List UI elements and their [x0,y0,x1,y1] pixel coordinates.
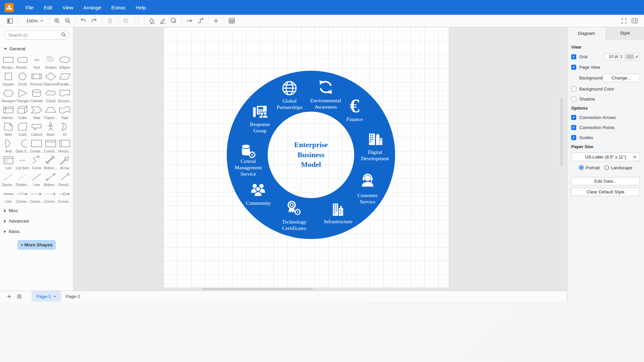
shape-process[interactable]: Process [30,71,44,86]
tab-diagram[interactable]: Diagram [567,27,605,39]
connection-style-icon[interactable] [196,16,205,25]
shape-circle[interactable]: Circle [16,71,30,86]
zoom-level-select[interactable]: 100% [26,18,43,23]
shape-listitem[interactable]: List ItemList Item [16,155,30,170]
paper-size-select[interactable]: US-Letter (8,5" x 11") [571,153,640,161]
diagram-segment-label[interactable]: Technology Certificates [276,219,313,232]
shadow-icon[interactable] [169,16,178,25]
clear-default-style-button[interactable]: Clear Default Style [571,188,640,196]
shape-bidirblock[interactable]: Bidirec... [44,155,58,170]
line-color-icon[interactable] [159,16,167,25]
edit-data-button[interactable]: Edit Data... [571,177,640,185]
section-general[interactable]: General [0,44,73,53]
shadow-checkbox[interactable] [571,97,576,102]
shape-rect[interactable]: Rectan... [2,55,15,69]
shape-text[interactable]: TextText [30,55,44,69]
shape-internal[interactable]: Interna... [2,105,15,120]
connection-arrows-checkbox[interactable]: ✓ [571,115,576,120]
menu-help[interactable]: Help [130,0,151,15]
shape-triangle[interactable]: Triangle [16,88,30,103]
shape-arrowblock[interactable]: Arrow [58,155,72,170]
diagram-segment-label[interactable]: Central Management Service [230,158,267,177]
to-back-icon[interactable] [132,16,141,25]
toggle-format-panel-icon[interactable] [630,16,639,25]
shape-conn4[interactable]: Conne... [58,189,72,203]
shape-search-input[interactable] [4,31,69,40]
shape-dashed[interactable]: Dashe... [2,172,15,187]
landscape-radio[interactable] [604,165,609,170]
undo-icon[interactable] [79,16,88,25]
shape-list[interactable]: List [2,155,15,170]
menu-extras[interactable]: Extras [106,0,131,15]
page-tab-2[interactable]: Page-2 [61,291,85,302]
diagram-segment-label[interactable]: Community [240,200,277,206]
more-shapes-button[interactable]: + More Shapes [17,240,56,250]
zoom-in-icon[interactable] [53,16,61,25]
fill-color-icon[interactable] [148,16,157,25]
drawing-canvas[interactable]: Global PartnershipsEnvironmental Awarene… [73,27,567,291]
diagram-segment-label[interactable]: Global Partnerships [271,98,308,111]
zoom-out-icon[interactable] [63,16,72,25]
shape-step[interactable]: Step [30,105,44,120]
vertical-scrollbar[interactable] [560,97,563,166]
shape-textbox[interactable]: HeadingTextbox [44,55,58,69]
to-front-icon[interactable] [121,16,130,25]
shape-document[interactable]: Docum... [58,88,72,103]
shape-parallelogram[interactable]: Paralle... [58,71,72,86]
grid-color-button[interactable] [625,53,640,60]
page-sheet[interactable]: Global PartnershipsEnvironmental Awarene… [163,27,449,288]
shape-diamond[interactable]: Diamond [44,71,58,86]
grid-size-stepper[interactable]: ▲▼ [620,55,623,59]
add-page-icon[interactable] [4,291,14,302]
shape-datastore[interactable]: Data S... [16,138,30,153]
shape-and[interactable]: And [2,138,15,153]
shape-ellipse[interactable]: Ellipse [58,55,72,69]
page-view-checkbox[interactable]: ✓ [571,65,576,70]
toggle-shapes-panel-icon[interactable] [5,16,14,25]
diagram-segment-label[interactable]: Finance [339,116,370,123]
redo-icon[interactable] [90,16,99,25]
diagram-segment-label[interactable]: Environmental Awareness [304,98,347,110]
delete-icon[interactable] [106,16,114,25]
shape-hcontainer[interactable]: Horizo... [58,138,72,153]
insert-icon[interactable] [212,16,220,25]
menu-file[interactable]: File [20,0,39,15]
shape-hexagon[interactable]: Hexagon [2,88,15,103]
shape-note[interactable]: Note [2,122,15,136]
shape-cloud[interactable]: Cloud [44,88,58,103]
shape-rounded[interactable]: Round... [16,55,30,69]
page-tab-1[interactable]: Page-1 [32,291,61,302]
shape-tape[interactable]: Tape [58,105,72,120]
shape-actor[interactable]: Actor [44,122,58,136]
menu-arrange[interactable]: Arrange [78,0,106,15]
diagram-segment-label[interactable]: Digital Development [357,149,393,162]
section-advanced[interactable]: Advanced [0,216,73,226]
shape-line[interactable]: Line [30,172,44,187]
background-change-button[interactable]: Change... [602,74,640,82]
shape-conn2[interactable]: Conne... [30,189,44,203]
shape-dotted[interactable]: Dotted... [16,172,30,187]
connection-points-checkbox[interactable]: ✓ [571,125,576,130]
shape-link[interactable]: Link [2,189,15,203]
menu-view[interactable]: View [57,0,78,15]
guides-checkbox[interactable]: ✓ [571,135,576,140]
shape-callout[interactable]: Callout [30,122,44,136]
grid-checkbox[interactable]: ✓ [571,54,576,59]
shape-conn3[interactable]: Conne... [44,189,58,203]
shape-square[interactable]: Square [2,71,15,86]
diagram-segment-label[interactable]: Customer Service [353,192,383,205]
shape-dirline[interactable]: Directi... [58,172,72,187]
grid-size-input[interactable] [604,53,620,60]
diagram-segment-label[interactable]: Response Group [246,121,274,134]
shape-container[interactable]: Contai... [30,138,44,153]
table-icon[interactable] [227,16,236,25]
shape-trapezoid[interactable]: Trapez... [44,105,58,120]
diagram-center-title[interactable]: EnterpriseBusinessModel [294,140,328,170]
diagram-segment-label[interactable]: Infrastructure [316,219,360,225]
shape-cube[interactable]: Cube [16,105,30,120]
fullscreen-icon[interactable] [620,16,628,25]
shape-cylinder[interactable]: Cylinder [30,88,44,103]
section-misc[interactable]: Misc [0,205,73,216]
shape-conn1[interactable]: LabelConne... [16,189,30,203]
waypoint-arrow-icon[interactable] [185,16,194,25]
